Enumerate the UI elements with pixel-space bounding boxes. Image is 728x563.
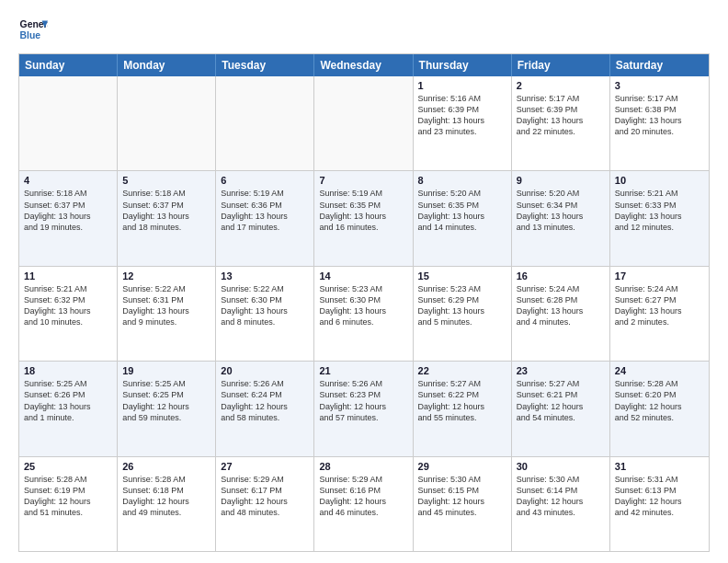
day-number: 29 bbox=[418, 461, 506, 472]
calendar-cell: 29Sunrise: 5:30 AM Sunset: 6:15 PM Dayli… bbox=[414, 457, 512, 551]
day-number: 13 bbox=[221, 270, 309, 282]
cell-info: Sunrise: 5:29 AM Sunset: 6:17 PM Dayligh… bbox=[221, 474, 309, 519]
day-number: 17 bbox=[615, 270, 704, 282]
cell-info: Sunrise: 5:19 AM Sunset: 6:35 PM Dayligh… bbox=[319, 188, 407, 233]
day-number: 31 bbox=[615, 461, 704, 472]
calendar-cell: 15Sunrise: 5:23 AM Sunset: 6:29 PM Dayli… bbox=[414, 267, 512, 361]
page: General Blue SundayMondayTuesdayWednesda… bbox=[0, 0, 728, 563]
day-number: 1 bbox=[418, 80, 506, 91]
day-number: 25 bbox=[24, 461, 112, 472]
calendar-cell: 17Sunrise: 5:24 AM Sunset: 6:27 PM Dayli… bbox=[610, 267, 709, 361]
calendar-cell: 23Sunrise: 5:27 AM Sunset: 6:21 PM Dayli… bbox=[512, 362, 610, 455]
day-number: 28 bbox=[319, 461, 407, 472]
header: General Blue bbox=[18, 15, 710, 44]
weekday-header: Monday bbox=[118, 54, 216, 76]
day-number: 23 bbox=[517, 365, 605, 376]
cell-info: Sunrise: 5:17 AM Sunset: 6:38 PM Dayligh… bbox=[615, 93, 704, 138]
cell-info: Sunrise: 5:19 AM Sunset: 6:36 PM Dayligh… bbox=[221, 188, 309, 233]
day-number: 8 bbox=[418, 175, 506, 186]
calendar: SundayMondayTuesdayWednesdayThursdayFrid… bbox=[18, 53, 710, 552]
calendar-cell: 25Sunrise: 5:28 AM Sunset: 6:19 PM Dayli… bbox=[19, 457, 118, 551]
calendar-cell: 12Sunrise: 5:22 AM Sunset: 6:31 PM Dayli… bbox=[118, 267, 216, 361]
logo-icon: General Blue bbox=[18, 15, 48, 44]
calendar-cell bbox=[216, 76, 314, 170]
calendar-cell: 26Sunrise: 5:28 AM Sunset: 6:18 PM Dayli… bbox=[118, 457, 216, 551]
day-number: 3 bbox=[615, 80, 704, 91]
cell-info: Sunrise: 5:16 AM Sunset: 6:39 PM Dayligh… bbox=[418, 93, 506, 138]
calendar-cell: 11Sunrise: 5:21 AM Sunset: 6:32 PM Dayli… bbox=[19, 267, 118, 361]
cell-info: Sunrise: 5:21 AM Sunset: 6:32 PM Dayligh… bbox=[24, 283, 112, 328]
weekday-header: Saturday bbox=[610, 54, 709, 76]
day-number: 12 bbox=[122, 270, 210, 282]
day-number: 16 bbox=[517, 270, 605, 282]
svg-text:Blue: Blue bbox=[20, 30, 41, 40]
day-number: 4 bbox=[24, 175, 112, 186]
day-number: 21 bbox=[319, 365, 407, 376]
cell-info: Sunrise: 5:28 AM Sunset: 6:20 PM Dayligh… bbox=[615, 378, 704, 423]
cell-info: Sunrise: 5:20 AM Sunset: 6:35 PM Dayligh… bbox=[418, 188, 506, 233]
cell-info: Sunrise: 5:30 AM Sunset: 6:14 PM Dayligh… bbox=[517, 474, 605, 519]
calendar-cell bbox=[314, 76, 413, 170]
day-number: 26 bbox=[122, 461, 210, 472]
calendar-cell: 20Sunrise: 5:26 AM Sunset: 6:24 PM Dayli… bbox=[216, 362, 314, 455]
calendar-cell: 3Sunrise: 5:17 AM Sunset: 6:38 PM Daylig… bbox=[610, 76, 709, 170]
calendar-cell: 16Sunrise: 5:24 AM Sunset: 6:28 PM Dayli… bbox=[512, 267, 610, 361]
calendar-cell: 22Sunrise: 5:27 AM Sunset: 6:22 PM Dayli… bbox=[414, 362, 512, 455]
day-number: 6 bbox=[221, 175, 309, 186]
day-number: 24 bbox=[615, 365, 704, 376]
cell-info: Sunrise: 5:26 AM Sunset: 6:24 PM Dayligh… bbox=[221, 378, 309, 423]
cell-info: Sunrise: 5:25 AM Sunset: 6:26 PM Dayligh… bbox=[24, 378, 112, 423]
cell-info: Sunrise: 5:27 AM Sunset: 6:22 PM Dayligh… bbox=[418, 378, 506, 423]
calendar-cell: 24Sunrise: 5:28 AM Sunset: 6:20 PM Dayli… bbox=[610, 362, 709, 455]
cell-info: Sunrise: 5:23 AM Sunset: 6:30 PM Dayligh… bbox=[319, 283, 407, 328]
cell-info: Sunrise: 5:25 AM Sunset: 6:25 PM Dayligh… bbox=[122, 378, 210, 423]
calendar-cell: 8Sunrise: 5:20 AM Sunset: 6:35 PM Daylig… bbox=[414, 171, 512, 265]
day-number: 2 bbox=[517, 80, 605, 91]
calendar-cell: 19Sunrise: 5:25 AM Sunset: 6:25 PM Dayli… bbox=[118, 362, 216, 455]
day-number: 14 bbox=[319, 270, 407, 282]
calendar-cell: 13Sunrise: 5:22 AM Sunset: 6:30 PM Dayli… bbox=[216, 267, 314, 361]
calendar-row: 4Sunrise: 5:18 AM Sunset: 6:37 PM Daylig… bbox=[19, 170, 709, 265]
day-number: 7 bbox=[319, 175, 407, 186]
day-number: 15 bbox=[418, 270, 506, 282]
weekday-header: Thursday bbox=[414, 54, 512, 76]
calendar-cell: 4Sunrise: 5:18 AM Sunset: 6:37 PM Daylig… bbox=[19, 171, 118, 265]
calendar-cell: 31Sunrise: 5:31 AM Sunset: 6:13 PM Dayli… bbox=[610, 457, 709, 551]
calendar-cell: 7Sunrise: 5:19 AM Sunset: 6:35 PM Daylig… bbox=[314, 171, 413, 265]
day-number: 30 bbox=[517, 461, 605, 472]
cell-info: Sunrise: 5:31 AM Sunset: 6:13 PM Dayligh… bbox=[615, 474, 704, 519]
day-number: 27 bbox=[221, 461, 309, 472]
cell-info: Sunrise: 5:18 AM Sunset: 6:37 PM Dayligh… bbox=[122, 188, 210, 233]
day-number: 10 bbox=[615, 175, 704, 186]
cell-info: Sunrise: 5:20 AM Sunset: 6:34 PM Dayligh… bbox=[517, 188, 605, 233]
cell-info: Sunrise: 5:29 AM Sunset: 6:16 PM Dayligh… bbox=[319, 474, 407, 519]
calendar-cell: 18Sunrise: 5:25 AM Sunset: 6:26 PM Dayli… bbox=[19, 362, 118, 455]
calendar-row: 25Sunrise: 5:28 AM Sunset: 6:19 PM Dayli… bbox=[19, 456, 709, 551]
calendar-cell: 28Sunrise: 5:29 AM Sunset: 6:16 PM Dayli… bbox=[314, 457, 413, 551]
calendar-cell: 5Sunrise: 5:18 AM Sunset: 6:37 PM Daylig… bbox=[118, 171, 216, 265]
day-number: 19 bbox=[122, 365, 210, 376]
cell-info: Sunrise: 5:22 AM Sunset: 6:31 PM Dayligh… bbox=[122, 283, 210, 328]
calendar-cell: 10Sunrise: 5:21 AM Sunset: 6:33 PM Dayli… bbox=[610, 171, 709, 265]
calendar-cell: 9Sunrise: 5:20 AM Sunset: 6:34 PM Daylig… bbox=[512, 171, 610, 265]
day-number: 22 bbox=[418, 365, 506, 376]
cell-info: Sunrise: 5:30 AM Sunset: 6:15 PM Dayligh… bbox=[418, 474, 506, 519]
calendar-cell: 14Sunrise: 5:23 AM Sunset: 6:30 PM Dayli… bbox=[314, 267, 413, 361]
cell-info: Sunrise: 5:26 AM Sunset: 6:23 PM Dayligh… bbox=[319, 378, 407, 423]
day-number: 5 bbox=[122, 175, 210, 186]
cell-info: Sunrise: 5:28 AM Sunset: 6:19 PM Dayligh… bbox=[24, 474, 112, 519]
cell-info: Sunrise: 5:24 AM Sunset: 6:27 PM Dayligh… bbox=[615, 283, 704, 328]
calendar-row: 18Sunrise: 5:25 AM Sunset: 6:26 PM Dayli… bbox=[19, 361, 709, 455]
weekday-header: Wednesday bbox=[314, 54, 413, 76]
calendar-cell bbox=[118, 76, 216, 170]
cell-info: Sunrise: 5:18 AM Sunset: 6:37 PM Dayligh… bbox=[24, 188, 112, 233]
day-number: 11 bbox=[24, 270, 112, 282]
cell-info: Sunrise: 5:17 AM Sunset: 6:39 PM Dayligh… bbox=[517, 93, 605, 138]
calendar-cell: 21Sunrise: 5:26 AM Sunset: 6:23 PM Dayli… bbox=[314, 362, 413, 455]
day-number: 18 bbox=[24, 365, 112, 376]
cell-info: Sunrise: 5:27 AM Sunset: 6:21 PM Dayligh… bbox=[517, 378, 605, 423]
calendar-row: 11Sunrise: 5:21 AM Sunset: 6:32 PM Dayli… bbox=[19, 266, 709, 361]
day-number: 9 bbox=[517, 175, 605, 186]
cell-info: Sunrise: 5:28 AM Sunset: 6:18 PM Dayligh… bbox=[122, 474, 210, 519]
weekday-header: Friday bbox=[512, 54, 610, 76]
